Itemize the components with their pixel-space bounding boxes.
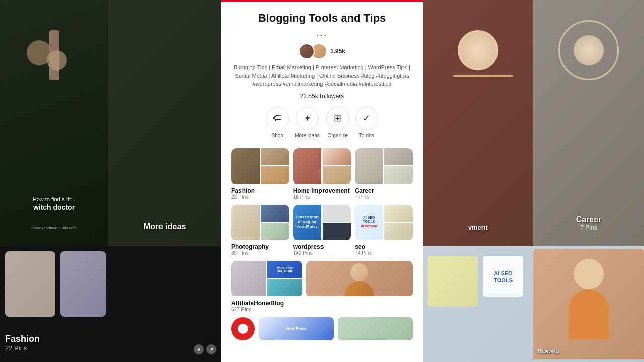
board-img [261,166,289,184]
board-card-seo[interactable]: AI SEOTOOLSBLOGGING seo 74 Pins [355,205,413,256]
board-img [384,148,413,165]
board-img-stack [384,148,413,184]
organize-label: Organize [327,133,348,138]
bg-url-label: moneyandloverituals.com [0,222,108,231]
board-title: Blogging Tools and Tips [229,12,415,25]
bg-how-to-find-label: How to find a rit... [0,196,108,202]
modal-inner: Blogging Tools and Tips ... 1.95k Bloggi… [221,2,423,340]
avatars-row: 1.95k [229,43,415,59]
modal-container: Blogging Tools and Tips ... 1.95k Bloggi… [221,0,423,362]
bg-social-icon: ♥ [194,344,204,354]
board-name-affiliate: AffiliateHomeBlog [231,300,302,307]
board-img [231,148,260,184]
board-card-wordpress[interactable]: How to starta Blog onWordPress wordpress… [293,205,351,256]
board-img [355,148,383,184]
board-img-stack [261,148,289,184]
board-img [261,148,289,165]
avatar-1 [299,43,315,59]
board-card-fashion[interactable]: Fashion 22 Pins [231,148,289,200]
board-img [384,205,413,222]
board-row-4: WordPress [231,317,413,340]
followers-count-badge: 1.95k [330,48,345,55]
board-card-career[interactable]: Career 7 Pins [355,148,413,200]
bg-how-to-panel: How-to [533,249,644,359]
board-img [231,261,266,296]
board-pins-photography: 39 Pins [231,250,289,256]
board-images-fashion [231,148,289,185]
bg-howto-label: How-to [537,346,559,355]
shop-icon-circle[interactable]: 🏷 [266,107,289,130]
board-img: How to starta Blog onWordPress [293,205,321,240]
board-name-fashion: Fashion [231,187,289,194]
bg-more-ideas-label: More ideas [108,222,221,231]
board-name-seo: seo [355,243,413,250]
more-ideas-button[interactable]: ✦ More ideas [295,107,319,138]
bg-ai-seo-text-label: AI SEOTOOLS [494,269,513,284]
todos-icon-circle[interactable]: ✓ [355,107,378,130]
board-name-wordpress: wordpress [293,243,351,250]
board-row-1: Fashion 22 Pins Home improvement 16 Pins [231,148,413,200]
board-img [384,166,413,184]
board-img-video [306,261,413,296]
board-card-photography[interactable]: Photography 39 Pins [231,205,289,256]
organize-icon-circle[interactable]: ⊞ [326,107,349,130]
witch-doctor-text-area: How to find a rit... witch doctor [0,196,108,211]
more-dots[interactable]: ... [229,28,415,38]
board-img: WordPressSEO Guide [267,261,302,278]
board-img-stack [384,205,413,240]
board-images-career [355,148,413,185]
board-pins-wordpress: 140 Pins [293,250,351,256]
more-ideas-icon-circle[interactable]: ✦ [296,107,319,130]
board-images-seo: AI SEOTOOLSBLOGGING [355,205,413,241]
bg-right-section: vment Career 7 Pins AI SEOTOOLS [423,0,644,362]
followers-text: 22.55k followers [229,93,415,100]
partial-green-block [338,317,413,340]
board-pins-affiliate: 627 Pins [231,307,302,312]
board-name-career: Career [355,187,413,194]
partial-blue-block: WordPress [259,317,334,340]
board-img [323,223,351,240]
board-img-stack [323,148,351,184]
bg-home-improvement-label: vment [423,224,533,231]
board-img [267,279,302,296]
partial-red-circle [231,317,255,340]
board-img-stack: WordPressSEO Guide [267,261,302,296]
bg-career-label: Career 7 Pins [533,215,644,231]
board-img [261,205,289,222]
board-pins-seo: 74 Pins [355,250,413,256]
bg-home-improvement-panel: vment [423,0,533,246]
board-pins-home-improvement: 16 Pins [293,194,351,200]
bg-witch-doctor-label: witch doctor [0,203,108,211]
todos-label: To-dos [359,133,374,138]
board-img: AI SEOTOOLSBLOGGING [355,205,383,240]
bg-more-ideas-panel: More ideas [108,0,221,246]
board-img [323,205,351,222]
board-row-2: Photography 39 Pins How to starta Blog o… [231,205,413,256]
board-card-video[interactable] [306,261,413,312]
board-description: Blogging Tips | Email Marketing | Pinter… [229,63,415,88]
bg-ai-seo-panel: AI SEOTOOLS How-to [423,246,644,362]
board-images-video [306,261,413,297]
board-img [323,148,351,165]
shop-label: Shop [272,133,283,138]
board-img-stack [323,205,351,240]
board-name-home-improvement: Home improvement [293,187,351,194]
board-img [231,205,260,240]
more-ideas-label: More ideas [295,133,319,138]
board-img [384,223,413,240]
board-name-photography: Photography [231,243,289,250]
bg-career-panel: Career 7 Pins [533,0,644,246]
board-card-home-improvement[interactable]: Home improvement 16 Pins [293,148,351,200]
board-img [293,148,321,184]
bg-fashion-label: Fashion 22 Pins [5,334,40,352]
action-buttons-row: 🏷 Shop ✦ More ideas ⊞ Organize ✓ To-dos [229,107,415,138]
organize-button[interactable]: ⊞ Organize [326,107,349,138]
board-row-3: WordPressSEO Guide AffiliateHomeBlog 627… [231,261,413,312]
todos-button[interactable]: ✓ To-dos [355,107,378,138]
bg-fashion-panel: Fashion 22 Pins ♥ ↗ [0,246,221,362]
board-images-photography [231,205,289,241]
board-card-affiliatehomeblog[interactable]: WordPressSEO Guide AffiliateHomeBlog 627… [231,261,302,312]
shop-button[interactable]: 🏷 Shop [266,107,289,138]
bg-social-icon2: ↗ [206,344,216,354]
board-img-stack [261,205,289,240]
